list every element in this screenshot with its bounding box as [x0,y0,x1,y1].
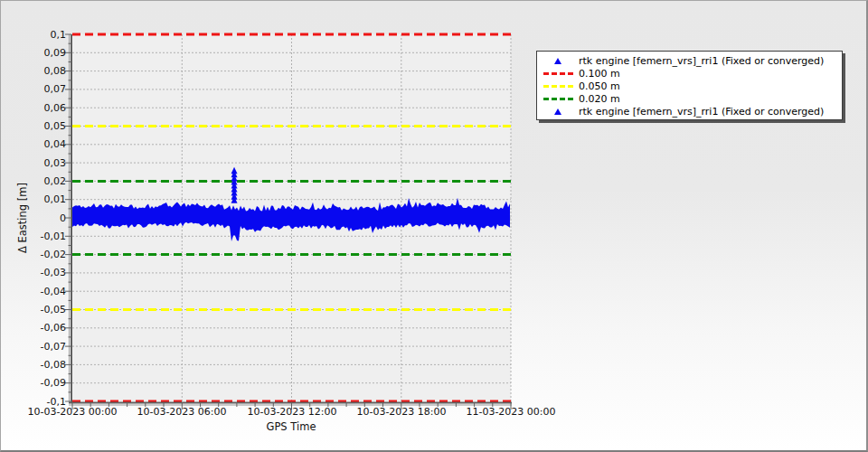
y-tick-label: 0,06 [17,102,66,114]
chart-window: 0,10,090,080,070,060,050,040,030,020,010… [0,0,868,452]
dashed-line-icon [543,98,573,100]
triangle-marker-icon [554,108,561,115]
y-tick-label: -0,03 [17,267,66,278]
dashed-line-icon [543,85,573,88]
y-tick-label: -0,04 [17,286,66,297]
legend-item[interactable]: 0.020 m [537,92,842,105]
x-tick-label: 10-03-2023 00:00 [14,406,131,419]
legend-item[interactable]: 0.100 m [537,67,842,80]
x-tick-label: 11-03-2023 00:00 [452,406,570,419]
y-tick-label: -0,05 [17,304,66,315]
legend-label: 0.020 m [579,93,620,105]
legend-item[interactable]: 0.050 m [537,80,842,92]
y-tick-label: 0,09 [17,47,66,59]
legend-label: rtk engine [femern_vrs]_rri1 (Fixed or c… [579,106,824,118]
y-tick-label: 0,03 [17,157,66,169]
y-tick-label: -0,06 [17,322,66,334]
y-axis-title: Δ Easting [m] [16,183,29,253]
y-tick-label: -0,07 [17,341,66,353]
triangle-marker-icon [554,58,561,64]
y-tick-label: 0,07 [17,83,66,95]
y-tick-label: -0,08 [17,359,66,371]
legend-label: 0.050 m [579,80,620,92]
x-tick-label: 10-03-2023 18:00 [343,406,460,419]
legend: rtk engine [femern_vrs]_rri1 (Fixed or c… [536,51,843,120]
legend-item[interactable]: rtk engine [femern_vrs]_rri1 (Fixed or c… [537,54,842,67]
legend-item[interactable]: rtk engine [femern_vrs]_rri1 (Fixed or c… [537,105,842,118]
y-tick-label: 0,1 [17,29,66,41]
x-axis-title: GPS Time [201,420,382,433]
x-tick-label: 10-03-2023 12:00 [233,406,351,419]
dashed-line-icon [543,72,573,75]
y-tick-label: 0,05 [17,120,66,132]
x-tick-label: 10-03-2023 06:00 [123,406,241,419]
legend-label: 0.100 m [579,68,620,80]
legend-label: rtk engine [femern_vrs]_rri1 (Fixed or c… [579,55,824,67]
y-tick-label: 0,04 [17,138,66,150]
y-tick-label: 0,08 [17,65,66,77]
y-tick-label: -0,09 [17,377,66,389]
